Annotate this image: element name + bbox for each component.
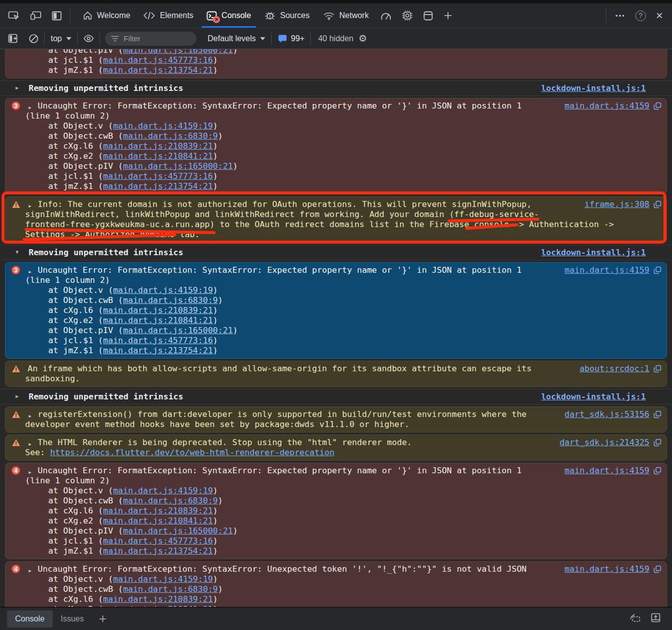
console-group-row[interactable]: ▼Removing unpermitted intrinsicslockdown… [0, 245, 672, 260]
console-settings-gear-icon[interactable]: ⚙ [359, 33, 374, 44]
stack-frame-link[interactable]: main.dart.js:165000:21 [123, 49, 233, 55]
add-drawer-tab-icon[interactable]: + [92, 611, 114, 626]
console-message[interactable]: 4▶Uncaught Error: FormatException: Synta… [5, 561, 667, 607]
console-message[interactable]: at Object.pIV (main.dart.js:165000:21)at… [5, 49, 667, 78]
stack-icon[interactable] [653, 410, 661, 418]
expand-panel-icon[interactable] [650, 612, 661, 625]
stack-frame-link[interactable]: main.dart.js:6830:9 [123, 131, 218, 141]
console-message[interactable]: An iframe which has both allow-scripts a… [5, 361, 667, 387]
tab-console[interactable]: ✕ Console [200, 4, 258, 28]
expand-caret-icon[interactable]: ▶ [16, 85, 19, 90]
stack-frame-link[interactable]: main.dart.js:457773:16 [103, 336, 213, 345]
log-levels-selector[interactable]: Default levels [201, 34, 271, 43]
expand-caret-icon[interactable]: ▶ [29, 201, 31, 211]
close-icon[interactable]: × [656, 10, 663, 22]
stack-icon[interactable] [653, 102, 661, 110]
source-location-link[interactable]: main.dart.js:4159 [565, 564, 649, 574]
performance-icon[interactable] [380, 11, 392, 21]
stack-frame-link[interactable]: main.dart.js:210841:21 [103, 151, 213, 161]
message-url-link[interactable]: https://docs.flutter.dev/to/web-html-ren… [50, 448, 334, 457]
stack-frame-link[interactable]: main.dart.js:210841:21 [103, 604, 213, 607]
stack-frame-link[interactable]: main.dart.js:4159:19 [113, 121, 213, 131]
source-location-link[interactable]: iframe.js:308 [585, 199, 649, 209]
drawer-tab-console[interactable]: Console [7, 610, 53, 627]
tab-welcome[interactable]: Welcome [76, 4, 137, 28]
screencast-icon[interactable] [628, 612, 641, 625]
console-message[interactable]: ▶registerExtension() from dart:developer… [5, 406, 667, 433]
console-message[interactable]: ▶The HTML Renderer is being deprecated. … [5, 435, 667, 461]
source-location-link[interactable]: lockdown-install.js:1 [541, 392, 646, 401]
source-location-link[interactable]: lockdown-install.js:1 [541, 83, 646, 93]
drawer-tab-issues[interactable]: Issues [53, 610, 92, 627]
memory-icon[interactable] [402, 10, 413, 21]
tab-network[interactable]: Network [316, 4, 376, 28]
expand-caret-icon[interactable]: ▶ [16, 393, 19, 399]
stack-frame-link[interactable]: main.dart.js:210841:21 [103, 516, 213, 526]
stack-frame-link[interactable]: main.dart.js:4159:19 [113, 574, 213, 584]
stack-icon[interactable] [653, 200, 661, 208]
add-tab-icon[interactable] [443, 11, 453, 20]
expand-caret-icon[interactable]: ▶ [29, 267, 31, 277]
filter-input[interactable] [124, 34, 184, 43]
stack-frame-link[interactable]: main.dart.js:457773:16 [103, 55, 213, 65]
clear-console-icon[interactable] [23, 34, 44, 44]
stack-frame-link[interactable]: main.dart.js:6830:9 [123, 584, 218, 594]
console-sidebar-toggle-icon[interactable] [0, 34, 23, 43]
stack-frame-link[interactable]: main.dart.js:213754:21 [103, 346, 213, 355]
stack-frame-link[interactable]: main.dart.js:210839:21 [103, 506, 213, 515]
stack-icon[interactable] [653, 365, 661, 373]
console-message[interactable]: 3▶Uncaught Error: FormatException: Synta… [5, 262, 667, 359]
source-location-link[interactable]: lockdown-install.js:1 [541, 248, 646, 257]
stack-frame-link[interactable]: main.dart.js:165000:21 [123, 326, 233, 335]
more-options-icon[interactable]: ••• [615, 12, 625, 20]
filter-box[interactable] [105, 32, 196, 46]
stack-frame-link[interactable]: main.dart.js:457773:16 [103, 171, 213, 181]
stack-frame-link[interactable]: main.dart.js:4159:19 [113, 486, 213, 495]
device-toolbar-icon[interactable] [30, 11, 42, 21]
tab-sources[interactable]: Sources [258, 4, 316, 28]
stack-icon[interactable] [653, 266, 661, 274]
expand-caret-icon[interactable]: ▶ [29, 467, 31, 477]
tab-elements[interactable]: Elements [137, 4, 200, 28]
stack-frame-link[interactable]: main.dart.js:457773:16 [103, 536, 213, 546]
expand-caret-icon[interactable]: ▶ [29, 411, 31, 421]
console-group-row[interactable]: ▶Removing unpermitted intrinsicslockdown… [0, 389, 672, 404]
stack-icon[interactable] [653, 439, 661, 447]
expand-caret-icon[interactable]: ▶ [29, 566, 31, 576]
stack-frame-link[interactable]: main.dart.js:210839:21 [103, 305, 213, 315]
stack-frame-link[interactable]: main.dart.js:6830:9 [123, 496, 218, 505]
expand-caret-icon[interactable]: ▼ [16, 249, 19, 255]
console-group-row[interactable]: ▶Removing unpermitted intrinsicslockdown… [0, 80, 672, 96]
stack-frame-link[interactable]: main.dart.js:213754:21 [103, 546, 213, 556]
stack-icon[interactable] [653, 565, 661, 573]
console-message[interactable]: ▶Info: The current domain is not authori… [5, 196, 667, 243]
source-location-link[interactable]: dart_sdk.js:214325 [559, 438, 649, 447]
stack-icon[interactable] [653, 467, 661, 475]
stack-frame-link[interactable]: main.dart.js:213754:21 [103, 65, 213, 75]
stack-frame-link[interactable]: main.dart.js:210839:21 [103, 594, 213, 604]
source-location-link[interactable]: main.dart.js:4159 [565, 265, 649, 275]
stack-frame-link[interactable]: main.dart.js:210841:21 [103, 316, 213, 325]
stack-frame-line: at Object.cwB (main.dart.js:6830:9) [6, 295, 666, 305]
source-location-link[interactable]: about:srcdoc:1 [580, 364, 649, 373]
expand-caret-icon[interactable]: ▶ [29, 439, 31, 449]
stack-frame-link[interactable]: main.dart.js:6830:9 [123, 295, 218, 305]
console-message[interactable]: 4▶Uncaught Error: FormatException: Synta… [5, 463, 667, 559]
dock-side-icon[interactable] [52, 11, 62, 21]
application-icon[interactable] [423, 11, 433, 21]
stack-frame-link[interactable]: main.dart.js:210839:21 [103, 141, 213, 151]
source-location-link[interactable]: main.dart.js:4159 [565, 466, 649, 475]
stack-frame-link[interactable]: main.dart.js:165000:21 [123, 161, 233, 171]
help-icon[interactable]: ? [635, 11, 646, 21]
console-message[interactable]: 3▶Uncaught Error: FormatException: Synta… [5, 98, 667, 194]
context-selector[interactable]: top [45, 34, 77, 43]
inspect-element-icon[interactable] [8, 11, 20, 21]
stack-frame-link[interactable]: main.dart.js:213754:21 [103, 181, 213, 191]
stack-frame-link[interactable]: main.dart.js:4159:19 [113, 285, 213, 295]
issues-counter[interactable]: 99+ [272, 34, 310, 43]
source-location-link[interactable]: main.dart.js:4159 [565, 101, 649, 111]
expand-caret-icon[interactable]: ▶ [29, 102, 31, 113]
eye-icon[interactable] [78, 35, 99, 42]
stack-frame-link[interactable]: main.dart.js:165000:21 [123, 526, 233, 536]
source-location-link[interactable]: dart_sdk.js:53156 [565, 409, 649, 419]
